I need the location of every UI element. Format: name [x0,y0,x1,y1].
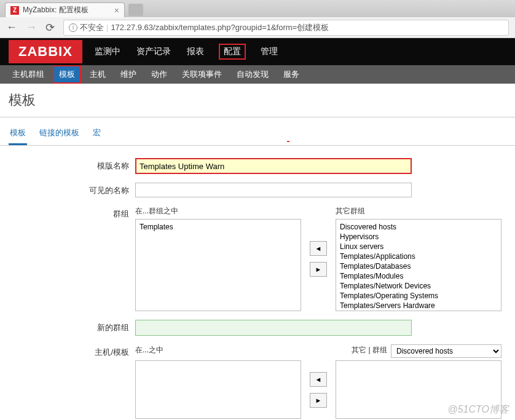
sub-menu-item-4[interactable]: 动作 [145,65,173,84]
template-name-input[interactable] [135,158,412,174]
sub-menu-item-3[interactable]: 维护 [114,65,143,84]
main-menu-item-4[interactable]: 管理 [259,44,279,60]
form-tabs: 模板链接的模板宏 [0,117,515,146]
list-item[interactable]: Discovered hosts [339,222,498,232]
sub-menu-item-5[interactable]: 关联项事件 [176,65,228,84]
list-item[interactable]: Templates/Databases [339,261,498,271]
forward-button[interactable]: → [26,21,37,34]
url-text: 172.27.9.63/zabbix/templates.php?groupid… [111,22,329,33]
browser-tab[interactable]: Z MyZabbix: 配置模板 × [5,2,125,17]
hosts-in-listbox[interactable] [135,360,301,419]
hosts-other-label: 其它 | 群组 [352,345,387,355]
in-groups-listbox[interactable]: Templates [135,219,301,311]
main-menu: 监测中资产记录报表配置管理 [93,44,279,60]
form-tab-0[interactable]: 模板 [9,124,27,145]
other-groups-label: 其它群组 [336,206,501,216]
list-item[interactable]: Linux servers [339,242,498,252]
new-tab-button[interactable] [128,4,143,16]
list-item[interactable]: Templates/Modules [339,271,498,281]
hosts-label: 主机/模板 [0,344,135,358]
sub-menu-item-1[interactable]: 模板 [53,65,81,84]
new-group-input[interactable] [135,320,412,336]
app-header: ZABBIX 监测中资产记录报表配置管理 [0,38,515,65]
form-area: 模版名称 可见的名称 群组 在...群组之中 Templates ◄ ► [0,146,515,419]
hosts-move-left-button[interactable]: ◄ [310,372,327,387]
visible-name-label: 可见的名称 [0,183,135,196]
list-item[interactable]: Templates/Servers Hardware [339,301,498,311]
main-menu-item-3[interactable]: 配置 [219,44,246,60]
in-groups-label: 在...群组之中 [135,206,301,216]
list-item[interactable]: Templates [138,222,298,232]
move-right-button[interactable]: ► [310,262,327,277]
hosts-group-select[interactable]: Discovered hosts [391,344,501,358]
list-item[interactable]: Templates/Applications [339,252,498,261]
tab-title: MyZabbix: 配置模板 [23,5,88,15]
hosts-other-listbox[interactable] [336,360,501,419]
zabbix-logo[interactable]: ZABBIX [9,40,82,63]
list-item[interactable]: Templates/Operating Systems [339,291,498,301]
page-title: 模板 [0,84,515,117]
info-icon[interactable]: i [69,23,77,32]
hosts-in-label: 在...之中 [135,345,163,355]
main-menu-item-1[interactable]: 资产记录 [135,44,172,60]
sub-menu-item-7[interactable]: 服务 [277,65,305,84]
form-tab-1[interactable]: 链接的模板 [38,124,81,145]
insecure-label: 不安全 [80,22,104,33]
zabbix-favicon: Z [10,6,19,15]
sub-menu-item-0[interactable]: 主机群组 [6,65,50,84]
sub-menu: 主机群组模板主机维护动作关联项事件自动发现服务 [0,65,515,84]
list-item[interactable]: Hypervisors [339,232,498,242]
close-icon[interactable]: × [114,6,119,15]
other-groups-listbox[interactable]: Discovered hostsHypervisorsLinux servers… [336,219,501,311]
new-group-label: 新的群组 [0,320,135,333]
main-menu-item-0[interactable]: 监测中 [93,44,122,60]
hosts-move-right-button[interactable]: ► [310,393,327,408]
list-item[interactable]: Templates/Virtualization [339,311,498,311]
sub-menu-item-2[interactable]: 主机 [84,65,112,84]
list-item[interactable]: Templates/Network Devices [339,281,498,291]
browser-toolbar: ← → ⟳ i 不安全 | 172.27.9.63/zabbix/templat… [0,17,515,38]
move-left-button[interactable]: ◄ [310,241,327,256]
address-bar[interactable]: i 不安全 | 172.27.9.63/zabbix/templates.php… [63,20,509,36]
groups-label: 群组 [0,206,135,220]
decorative-dot [287,141,289,142]
reload-button[interactable]: ⟳ [45,21,55,34]
form-tab-2[interactable]: 宏 [92,124,102,145]
visible-name-input[interactable] [135,183,412,197]
browser-tab-strip: Z MyZabbix: 配置模板 × [0,0,515,17]
back-button[interactable]: ← [6,21,17,34]
main-menu-item-2[interactable]: 报表 [186,44,205,60]
template-name-label: 模版名称 [0,158,135,172]
sub-menu-item-6[interactable]: 自动发现 [230,65,275,84]
